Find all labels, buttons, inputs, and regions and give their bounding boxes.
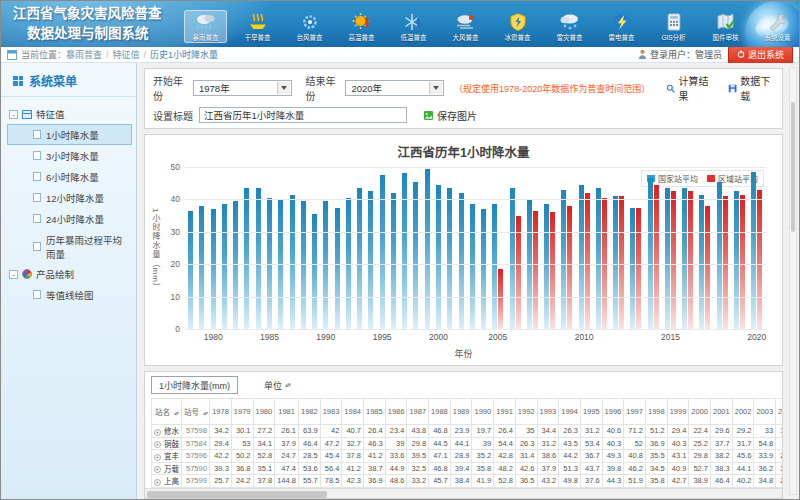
- station-id-cell: 57596: [182, 450, 210, 463]
- expand-icon[interactable]: +: [154, 479, 161, 486]
- column-header-year-2002[interactable]: 2002: [732, 399, 754, 425]
- calculate-button[interactable]: 计算结果: [666, 73, 712, 103]
- logout-button[interactable]: 退出系统: [728, 46, 793, 64]
- toolbar-item-暴雨普查[interactable]: 暴雨普查: [184, 10, 227, 43]
- column-header-year-1984[interactable]: 1984: [342, 399, 364, 425]
- bar-regional-2008: [550, 212, 555, 329]
- column-header-year-1996[interactable]: 1996: [602, 399, 624, 425]
- expand-icon[interactable]: +: [154, 466, 161, 473]
- tree-item-3小时降水量[interactable]: 3小时降水量: [7, 145, 132, 166]
- expand-icon[interactable]: +: [154, 429, 161, 436]
- breadcrumb-item-历史1小时降水量[interactable]: 历史1小时降水量: [150, 50, 218, 60]
- tree-item-label: 12小时降水量: [46, 191, 104, 205]
- value-cell: 35: [515, 425, 537, 438]
- tree-item-1小时降水量[interactable]: 1小时降水量: [7, 124, 132, 145]
- value-cell: 31.7: [732, 437, 754, 450]
- toolbar-item-干旱普查[interactable]: 干旱普查: [236, 10, 279, 43]
- column-header-year-1991[interactable]: 1991: [494, 399, 516, 425]
- column-header-year-1993[interactable]: 1993: [537, 399, 559, 425]
- column-header-year-2004[interactable]: 2004: [776, 399, 783, 425]
- tree-item-6小时降水量[interactable]: 6小时降水量: [7, 166, 132, 187]
- station-name-cell[interactable]: +宜丰: [152, 450, 182, 463]
- column-header-station-name[interactable]: 站名 ▴▾: [152, 399, 182, 425]
- chart-panel: 江西省历年1小时降水量 1小时降水量（mm） 国家站平均区域站平均 198019…: [144, 134, 783, 366]
- column-header-year-1979[interactable]: 1979: [231, 399, 253, 425]
- toolbar-item-雪灾普查[interactable]: 雪灾普查: [548, 10, 591, 43]
- tree-item-12小时降水量[interactable]: 12小时降水量: [7, 187, 132, 208]
- tree-item-24小时降水量[interactable]: 24小时降水量: [7, 208, 132, 229]
- column-header-year-1994[interactable]: 1994: [559, 399, 581, 425]
- bar-national-1984: [256, 188, 261, 329]
- column-header-year-1978[interactable]: 1978: [210, 399, 232, 425]
- breadcrumb-item-暴雨普查[interactable]: 暴雨普查: [66, 50, 102, 60]
- value-cell: 53.6: [298, 462, 320, 475]
- column-header-year-1989[interactable]: 1989: [450, 399, 472, 425]
- tree-toggle-icon[interactable]: -: [9, 110, 18, 119]
- user-info: 登录用户：管理员: [638, 48, 722, 61]
- value-cell: 45.7: [429, 475, 451, 488]
- column-header-year-1986[interactable]: 1986: [385, 399, 407, 425]
- station-name-cell[interactable]: +万载: [152, 462, 182, 475]
- bar-national-2011: [596, 188, 601, 329]
- toolbar-item-低温普查[interactable]: 低温普查: [392, 10, 435, 43]
- tree-node-产品绘制[interactable]: -产品绘制: [7, 264, 132, 284]
- value-cell: 52: [624, 437, 646, 450]
- vscroll-thumb[interactable]: [791, 102, 795, 232]
- column-header-year-1987[interactable]: 1987: [407, 399, 429, 425]
- hscroll-thumb[interactable]: [147, 491, 327, 498]
- column-header-year-1983[interactable]: 1983: [320, 399, 342, 425]
- end-year-select[interactable]: 2020年: [345, 80, 444, 96]
- toolbar-item-大风普查[interactable]: 大风普查: [444, 10, 487, 43]
- unit-dropdown[interactable]: 单位 ▴▾: [264, 379, 290, 392]
- power-icon: [737, 50, 745, 58]
- download-button[interactable]: 数据下载: [728, 73, 774, 103]
- column-header-year-1997[interactable]: 1997: [624, 399, 646, 425]
- bar-national-1999: [425, 169, 430, 329]
- station-name-cell[interactable]: +修水: [152, 425, 182, 438]
- column-header-year-2001[interactable]: 2001: [711, 399, 733, 425]
- start-year-select[interactable]: 1978年: [193, 80, 292, 96]
- dataset-pill-button[interactable]: 1小时降水量(mm): [151, 376, 238, 394]
- horizontal-scrollbar[interactable]: [145, 488, 782, 498]
- expand-icon[interactable]: +: [154, 441, 161, 448]
- bar-group-1980: 1980: [211, 167, 216, 329]
- column-header-year-1988[interactable]: 1988: [429, 399, 451, 425]
- toolbar-item-系统设置[interactable]: 系统设置: [756, 10, 799, 43]
- station-name-cell[interactable]: +铜鼓: [152, 437, 182, 450]
- tree-node-特征值[interactable]: -特征值: [7, 104, 132, 124]
- toolbar-item-冰雹普查[interactable]: 冰雹普查: [496, 10, 539, 43]
- x-tick-label: 1990: [316, 332, 335, 342]
- column-header-year-1980[interactable]: 1980: [253, 399, 275, 425]
- expand-icon[interactable]: +: [154, 454, 161, 461]
- chart-title-input[interactable]: [199, 107, 407, 123]
- column-header-year-2000[interactable]: 2000: [689, 399, 711, 425]
- tree-item-历年暴雨过程平均雨量[interactable]: 历年暴雨过程平均雨量: [7, 229, 132, 264]
- calculator-icon: [661, 12, 687, 31]
- bar-national-2019: [734, 191, 739, 329]
- toolbar-item-台风普查[interactable]: 台风普查: [288, 10, 331, 43]
- tree-toggle-icon[interactable]: -: [9, 270, 18, 279]
- bar-national-2010: [579, 185, 584, 329]
- column-header-year-1985[interactable]: 1985: [364, 399, 386, 425]
- toolbar-item-雷电普查[interactable]: 雷电普查: [600, 10, 643, 43]
- column-header-year-1981[interactable]: 1981: [275, 399, 299, 425]
- vertical-scrollbar[interactable]: [789, 67, 797, 495]
- toolbar-item-图件审核[interactable]: 图件审核: [704, 10, 747, 43]
- column-header-year-1999[interactable]: 1999: [667, 399, 689, 425]
- toolbar-item-GIS分析[interactable]: GIS分析: [652, 10, 695, 43]
- column-header-year-1992[interactable]: 1992: [515, 399, 537, 425]
- value-cell: 42.8: [494, 450, 516, 463]
- station-name-cell[interactable]: +上高: [152, 475, 182, 488]
- column-header-year-2003[interactable]: 2003: [754, 399, 776, 425]
- tree-item-等值线绘图[interactable]: 等值线绘图: [7, 284, 132, 305]
- column-header-year-1982[interactable]: 1982: [298, 399, 320, 425]
- app-title-line2: 数据处理与制图系统: [13, 24, 182, 44]
- breadcrumb-item-特征值[interactable]: 特征值: [113, 50, 140, 60]
- column-header-year-1998[interactable]: 1998: [645, 399, 667, 425]
- column-header-station-id[interactable]: 站号 ▴▾: [182, 399, 210, 425]
- column-header-year-1990[interactable]: 1990: [472, 399, 494, 425]
- value-cell: 144.8: [275, 475, 299, 488]
- toolbar-item-高温普查[interactable]: 高温普查: [340, 10, 383, 43]
- column-header-year-1995[interactable]: 1995: [580, 399, 602, 425]
- save-image-button[interactable]: 保存图片: [423, 108, 477, 123]
